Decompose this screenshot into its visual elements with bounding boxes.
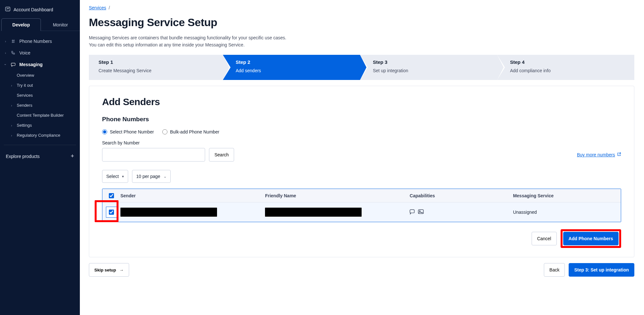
step-2-label: Step 2	[236, 59, 350, 65]
nav-voice-label: Voice	[19, 50, 30, 55]
step-3-text: Set up integration	[373, 68, 488, 73]
buy-more-numbers-label: Buy more numbers	[577, 152, 615, 157]
mms-capability-icon	[418, 209, 424, 216]
select-dropdown[interactable]: Select ▾	[102, 170, 128, 183]
subnav-settings[interactable]: ›Settings	[17, 120, 80, 130]
radio-group: Select Phone Number Bulk-add Phone Numbe…	[102, 129, 621, 134]
table-row[interactable]: Unassigned	[102, 202, 621, 222]
step-3-label: Step 3	[373, 59, 488, 65]
tab-monitor[interactable]: Monitor	[41, 18, 80, 31]
col-friendly-name: Friendly Name	[265, 193, 410, 198]
back-button[interactable]: Back	[544, 263, 565, 277]
cancel-button[interactable]: Cancel	[532, 232, 557, 245]
account-dashboard-label: Account Dashboard	[14, 7, 53, 12]
row-checkbox[interactable]	[109, 210, 114, 215]
per-page-dropdown-label: 10 per page	[136, 174, 160, 179]
radio-select-number[interactable]: Select Phone Number	[102, 129, 154, 134]
sidebar-nav: › Phone Numbers › Voice › Messaging	[0, 31, 80, 163]
message-icon	[10, 62, 16, 67]
card-title: Add Senders	[102, 96, 621, 107]
highlight-annotation: Add Phone Numbers	[561, 229, 621, 248]
chevron-right-icon: ›	[11, 103, 14, 107]
step-3[interactable]: Step 3 Set up integration	[360, 55, 497, 80]
svg-point-8	[419, 211, 420, 212]
step-4-label: Step 4	[510, 59, 625, 65]
page-description: Messaging Services are containers that b…	[89, 34, 379, 48]
nav-phone-numbers[interactable]: › Phone Numbers	[0, 35, 80, 47]
arrow-right-icon: →	[119, 268, 123, 272]
svg-line-3	[12, 40, 13, 43]
step-4[interactable]: Step 4 Add compliance info	[497, 55, 634, 80]
subnav-content-template-builder[interactable]: Content Template Builder	[17, 110, 80, 120]
subnav-try-it-out[interactable]: ›Try it out	[17, 80, 80, 90]
skip-setup-button[interactable]: Skip setup →	[89, 263, 129, 277]
messaging-subnav: Overview ›Try it out Services ›Senders C…	[0, 70, 80, 140]
chevron-right-icon: ›	[4, 51, 7, 55]
chevron-down-icon: ⌄	[164, 174, 166, 179]
nav-messaging-label: Messaging	[19, 62, 43, 67]
phone-icon	[10, 51, 16, 55]
select-dropdown-label: Select	[106, 174, 119, 179]
col-messaging-service: Messaging Service	[513, 193, 616, 198]
chevron-right-icon: ›	[11, 123, 14, 127]
search-input[interactable]	[102, 148, 205, 162]
page-desc-line1: Messaging Services are containers that b…	[89, 35, 286, 40]
redacted-sender	[120, 208, 217, 217]
subnav-overview[interactable]: Overview	[17, 70, 80, 80]
card-subtitle: Phone Numbers	[102, 116, 621, 123]
subnav-regulatory-compliance[interactable]: ›Regulatory Compliance	[17, 130, 80, 140]
radio-bulk-add-input[interactable]	[162, 129, 167, 134]
row-capabilities	[410, 209, 513, 216]
chevron-down-icon: ›	[4, 63, 7, 66]
senders-table: Sender Friendly Name Capabilities Messag…	[102, 189, 621, 222]
subnav-try-it-out-label: Try it out	[17, 83, 33, 88]
plus-icon: +	[71, 153, 74, 160]
subnav-ctb-label: Content Template Builder	[17, 113, 64, 118]
skip-setup-label: Skip setup	[94, 268, 116, 272]
subnav-senders[interactable]: ›Senders	[17, 100, 80, 110]
page-title: Messaging Service Setup	[89, 16, 634, 29]
step-2-text: Add senders	[236, 68, 350, 73]
sms-capability-icon	[410, 209, 415, 216]
step-2[interactable]: Step 2 Add senders	[223, 55, 360, 80]
account-dashboard-link[interactable]: Account Dashboard	[0, 0, 80, 18]
external-link-icon	[617, 152, 621, 157]
hash-icon	[10, 39, 16, 44]
setup-stepper: Step 1 Create Messaging Service Step 2 A…	[89, 55, 634, 80]
sidebar-tabs: Develop Monitor	[0, 18, 80, 31]
per-page-dropdown[interactable]: 10 per page ⌄	[132, 170, 171, 183]
tab-develop[interactable]: Develop	[1, 18, 41, 31]
breadcrumb: Services /	[89, 5, 634, 10]
step-1[interactable]: Step 1 Create Messaging Service	[89, 55, 223, 80]
dashboard-icon	[5, 6, 10, 13]
subnav-regulatory-label: Regulatory Compliance	[17, 133, 60, 138]
search-label: Search by Number	[102, 140, 621, 145]
svg-line-4	[14, 40, 14, 43]
svg-rect-0	[5, 7, 10, 11]
nav-messaging[interactable]: › Messaging	[0, 59, 80, 70]
add-phone-numbers-button[interactable]: Add Phone Numbers	[563, 232, 619, 245]
subnav-services[interactable]: Services	[17, 90, 80, 100]
search-button[interactable]: Search	[209, 148, 234, 162]
radio-select-number-label: Select Phone Number	[110, 129, 154, 134]
next-step-button[interactable]: Step 3: Set up integration	[569, 263, 634, 277]
breadcrumb-services[interactable]: Services	[89, 5, 106, 10]
add-senders-card: Add Senders Phone Numbers Select Phone N…	[89, 86, 634, 257]
page-desc-line2: You can edit this setup information at a…	[89, 42, 245, 47]
buy-more-numbers-link[interactable]: Buy more numbers	[577, 152, 621, 157]
step-1-label: Step 1	[99, 59, 213, 65]
page-footer: Skip setup → Back Step 3: Set up integra…	[89, 263, 634, 277]
explore-products-label: Explore products	[6, 154, 40, 159]
row-messaging-service: Unassigned	[513, 210, 616, 215]
nav-voice[interactable]: › Voice	[0, 47, 80, 59]
step-4-text: Add compliance info	[510, 68, 625, 73]
radio-bulk-add[interactable]: Bulk-add Phone Number	[162, 129, 219, 134]
subnav-settings-label: Settings	[17, 123, 32, 128]
main-content: Services / Messaging Service Setup Messa…	[80, 0, 644, 315]
table-header: Sender Friendly Name Capabilities Messag…	[102, 189, 621, 202]
radio-select-number-input[interactable]	[102, 129, 107, 134]
sidebar: Account Dashboard Develop Monitor › Phon…	[0, 0, 80, 315]
explore-products[interactable]: Explore products +	[0, 150, 80, 163]
radio-bulk-add-label: Bulk-add Phone Number	[170, 129, 219, 134]
select-all-checkbox[interactable]	[109, 193, 114, 198]
